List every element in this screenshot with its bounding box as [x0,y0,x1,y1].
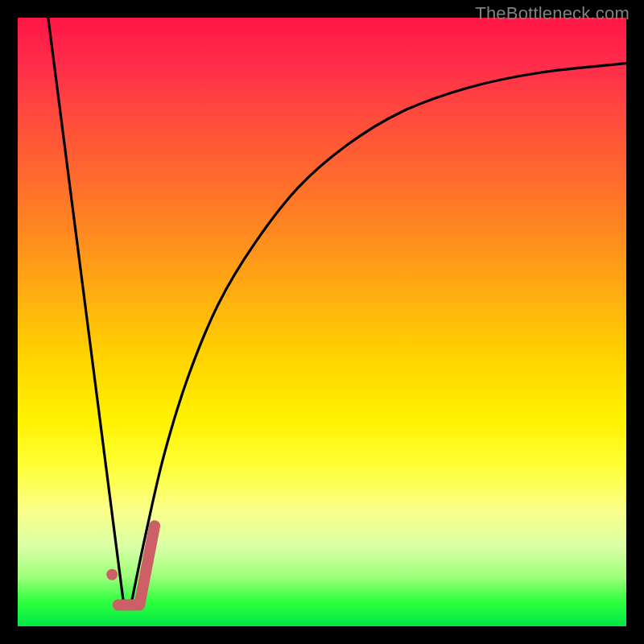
plot-area [18,18,626,626]
watermark-text: TheBottleneck.com [475,3,630,24]
marker-j [118,526,155,605]
marker-dot [106,569,118,580]
chart-svg [18,18,626,626]
curve-left [48,18,125,608]
curve-right [130,64,626,609]
chart-frame: TheBottleneck.com [0,0,644,644]
